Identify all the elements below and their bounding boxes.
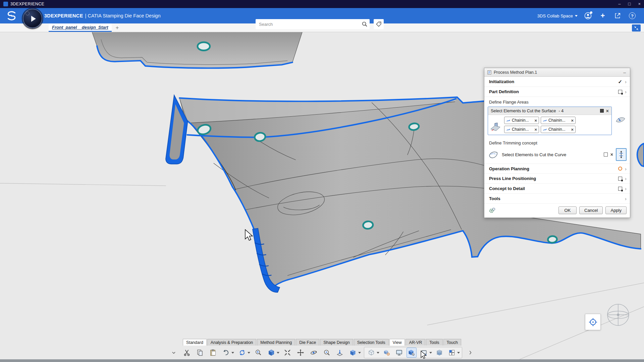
section-initialization[interactable]: Initialization ✓ › [484,77,630,87]
wireframe-style-button[interactable] [366,348,379,358]
chevron-right-icon[interactable]: › [625,166,627,171]
section-press-line-positioning[interactable]: Press Line Positioning › [484,174,630,184]
tab-front-panel-design-start[interactable]: Front_panel__design_Start [49,23,112,32]
section-part-definition[interactable]: Part Definition › [484,87,630,97]
locate-button[interactable] [585,314,601,330]
remove-chip-icon[interactable]: × [571,127,574,132]
apply-button[interactable]: Apply [605,206,627,214]
window-close-button[interactable]: × [638,0,641,8]
layers-button[interactable] [434,348,444,358]
pan-button[interactable] [296,348,306,358]
add-content-button[interactable]: + [598,11,607,20]
section-concept-to-detail[interactable]: Concept to Detail › [484,184,630,194]
new-tab-button[interactable]: + [116,24,119,31]
3d-compass[interactable] [23,9,42,28]
chevron-right-icon[interactable]: › [625,176,627,181]
cancel-button[interactable]: Cancel [579,206,603,214]
tab-method-planning[interactable]: Method Planning [257,339,295,346]
tab-standard[interactable]: Standard [183,339,207,346]
window-maximize-button[interactable]: □ [628,0,631,8]
grid-dropdown-caret[interactable] [457,352,460,354]
toolbar-overflow-left-button[interactable] [169,348,179,358]
grid-view-button[interactable] [447,348,460,358]
tab-shape-design[interactable]: Shape Design [320,339,353,346]
update-button[interactable] [237,348,250,358]
chevron-right-icon[interactable]: › [625,79,627,84]
tab-view[interactable]: View [389,339,405,346]
orbit-icon [310,349,317,356]
view-compass[interactable] [607,304,629,326]
toolbar-overflow-right-button[interactable] [465,348,475,358]
selection-count: - 4 [559,109,564,113]
chaining-chip[interactable]: Chainin... × [541,126,576,133]
plan-document-icon [487,70,492,75]
screen-view-button[interactable] [394,348,404,358]
rotate-button[interactable] [309,348,319,358]
select-in-view-button[interactable] [407,348,417,358]
tab-ar-vr[interactable]: AR-VR [406,339,425,346]
tab-analysis-preparation[interactable]: Analysis & Preparation [207,339,256,346]
custom-view-modes-button[interactable] [382,348,392,358]
search-input[interactable] [256,22,360,27]
section-tools[interactable]: Tools › [484,194,630,204]
view-cube-button[interactable] [266,348,279,358]
search-icon[interactable] [360,21,370,27]
tab-selection-tools[interactable]: Selection Tools [354,339,389,346]
tab-touch[interactable]: Touch [443,339,461,346]
chaining-chip[interactable]: Chainin... × [541,117,576,124]
panel-titlebar[interactable]: Process Method Plan.1 – [484,68,630,77]
chaining-chip[interactable]: Chainin... × [504,126,539,133]
chevron-right-icon[interactable]: › [625,196,627,201]
share-button[interactable] [613,11,622,20]
section-operation-planning[interactable]: Operation Planning › [484,164,630,174]
zoom-in-button[interactable] [253,348,263,358]
curve-selection-row[interactable]: Select Elements to Cut the Curve × [484,147,630,164]
copy-button[interactable] [195,348,205,358]
update-dropdown-caret[interactable] [248,352,250,354]
remove-chip-icon[interactable]: × [571,118,574,123]
surface-selection-header[interactable]: Select Elements to Cut the Surface - 4 × [488,107,611,115]
surface-tool-button[interactable] [613,107,628,124]
settings-gears-icon[interactable] [488,207,496,214]
scissors-icon [183,349,191,356]
tag-button[interactable] [374,19,384,29]
restore-layout-button[interactable] [632,24,641,32]
undo-button[interactable] [221,348,234,358]
panel-minimize-button[interactable]: – [622,70,627,75]
help-icon: ? [629,12,636,19]
window-minimize-button[interactable]: – [618,0,621,8]
undo-dropdown-caret[interactable] [231,352,234,354]
limit-tool-button[interactable] [616,148,627,161]
style-dropdown-caret[interactable] [377,352,379,354]
user-avatar[interactable] [584,11,592,20]
3ds-logo[interactable] [5,10,18,21]
chevron-right-icon[interactable]: › [625,89,627,94]
collab-space-selector[interactable]: 3DS Collab Space [537,13,578,18]
ok-button[interactable]: OK [558,206,577,214]
define-trimming-label: Define Trimming concept [484,138,630,147]
help-button[interactable]: ? [628,11,637,20]
normal-view-button[interactable] [335,348,345,358]
tab-tools[interactable]: Tools [426,339,442,346]
chaining-chip[interactable]: Chainin... × [504,117,539,124]
hole-top[interactable] [198,42,210,50]
chaining-icon [543,118,547,123]
iso-view-button[interactable] [348,348,361,358]
zoom-button[interactable] [322,348,332,358]
chevron-right-icon[interactable]: › [625,186,627,191]
cut-button[interactable] [182,348,192,358]
clear-curve-icon[interactable]: × [610,152,613,157]
rotate-screen-dropdown-caret[interactable] [429,352,432,354]
view-cube-dropdown-caret[interactable] [277,352,279,354]
remove-chip-icon[interactable]: × [534,118,537,123]
fit-all-button[interactable] [282,348,292,358]
remove-chip-icon[interactable]: × [534,127,537,132]
paste-button[interactable] [208,348,218,358]
clear-selection-icon[interactable]: × [606,109,609,113]
checkbox-icon[interactable] [604,153,608,157]
search-box[interactable] [256,19,370,29]
monitor-icon [395,349,403,356]
tab-die-face[interactable]: Die Face [296,339,319,346]
iso-view-dropdown-caret[interactable] [358,352,361,354]
filled-square-icon [600,109,604,113]
